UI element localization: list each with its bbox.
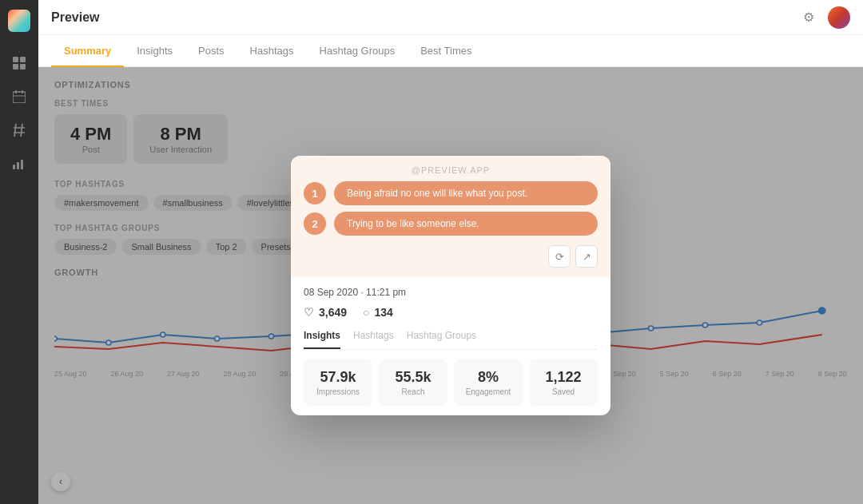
sidebar [0, 0, 38, 504]
svg-line-8 [14, 124, 16, 137]
modal-image-area: 1 Being afraid no one will like what you… [291, 181, 610, 277]
metric-impressions: 57.9k Impressions [304, 359, 372, 406]
metric-saved-label: Saved [537, 387, 590, 396]
modal-tab-hashtag-groups[interactable]: Hashtag Groups [407, 330, 476, 349]
main-content: Preview ⚙ Summary Insights Posts Hashtag… [38, 0, 863, 504]
topbar-actions: ⚙ [797, 6, 850, 29]
modal-header: @PREVIEW.APP [291, 156, 610, 181]
tab-posts[interactable]: Posts [185, 35, 237, 66]
tab-insights[interactable]: Insights [124, 35, 185, 66]
svg-rect-0 [13, 57, 18, 62]
metric-engagement-value: 8% [462, 369, 515, 386]
app-title: Preview [51, 10, 99, 25]
metric-impressions-value: 57.9k [312, 369, 364, 386]
caption-item-1: 1 Being afraid no one will like what you… [304, 181, 598, 205]
modal-likes: ♡ 3,649 [304, 306, 347, 319]
nav-tabs: Summary Insights Posts Hashtags Hashtag … [38, 35, 863, 67]
calendar-icon[interactable] [10, 88, 28, 105]
metric-engagement: 8% Engagement [454, 359, 523, 406]
svg-rect-4 [13, 92, 26, 103]
post-detail-modal: @PREVIEW.APP 1 Being afraid no one will … [291, 156, 610, 415]
tab-best-times[interactable]: Best Times [408, 35, 484, 66]
tab-hashtags[interactable]: Hashtags [237, 35, 307, 66]
modal-stats: ♡ 3,649 ○ 134 [304, 306, 598, 319]
svg-rect-1 [20, 57, 26, 62]
tab-hashtag-groups[interactable]: Hashtag Groups [307, 35, 408, 66]
settings-icon[interactable]: ⚙ [797, 6, 820, 29]
svg-rect-14 [21, 160, 23, 169]
modal-tabs: Insights Hashtags Hashtag Groups [304, 330, 598, 350]
analytics-icon[interactable] [10, 155, 28, 173]
svg-line-9 [21, 124, 22, 137]
metric-impressions-label: Impressions [312, 387, 364, 396]
modal-date: 08 Sep 2020 · 11:21 pm [304, 287, 598, 298]
caption-number-2: 2 [304, 212, 326, 235]
metric-engagement-label: Engagement [462, 387, 515, 396]
tab-summary[interactable]: Summary [51, 35, 124, 66]
heart-icon: ♡ [304, 306, 314, 319]
user-avatar[interactable] [828, 6, 850, 29]
content-area: OPTIMIZATIONS Best Times 4 PM Post 8 PM … [38, 67, 863, 504]
modal-header-label: @PREVIEW.APP [304, 165, 598, 175]
caption-number-1: 1 [304, 182, 326, 204]
hashtag-icon[interactable] [10, 121, 28, 139]
svg-rect-2 [13, 64, 18, 69]
metric-saved: 1,122 Saved [529, 359, 598, 406]
modal-body: 08 Sep 2020 · 11:21 pm ♡ 3,649 ○ 134 Ins… [291, 277, 610, 415]
app-logo [8, 10, 30, 32]
modal-comments: ○ 134 [363, 306, 393, 319]
modal-metrics: 57.9k Impressions 55.5k Reach 8% Engagem… [304, 359, 598, 406]
modal-comments-count: 134 [375, 306, 393, 319]
comment-icon: ○ [363, 306, 369, 319]
external-link-icon[interactable]: ↗ [575, 245, 598, 268]
svg-rect-13 [17, 162, 19, 169]
metric-reach: 55.5k Reach [379, 359, 447, 406]
metric-reach-label: Reach [387, 387, 439, 396]
modal-tab-insights[interactable]: Insights [304, 330, 340, 349]
svg-rect-3 [20, 64, 26, 69]
repost-icon[interactable]: ⟳ [548, 245, 571, 268]
caption-item-2: 2 Trying to be like someone else. [304, 212, 598, 236]
modal-likes-count: 3,649 [319, 306, 347, 319]
grid-icon[interactable] [10, 54, 28, 72]
modal-overlay[interactable]: @PREVIEW.APP 1 Being afraid no one will … [38, 67, 863, 504]
caption-bubble-1: Being afraid no one will like what you p… [334, 181, 598, 205]
modal-tab-hashtags[interactable]: Hashtags [353, 330, 394, 349]
metric-reach-value: 55.5k [387, 369, 439, 386]
topbar: Preview ⚙ [38, 0, 863, 35]
caption-bubble-2: Trying to be like someone else. [334, 212, 598, 236]
svg-rect-12 [13, 165, 15, 169]
metric-saved-value: 1,122 [537, 369, 590, 386]
